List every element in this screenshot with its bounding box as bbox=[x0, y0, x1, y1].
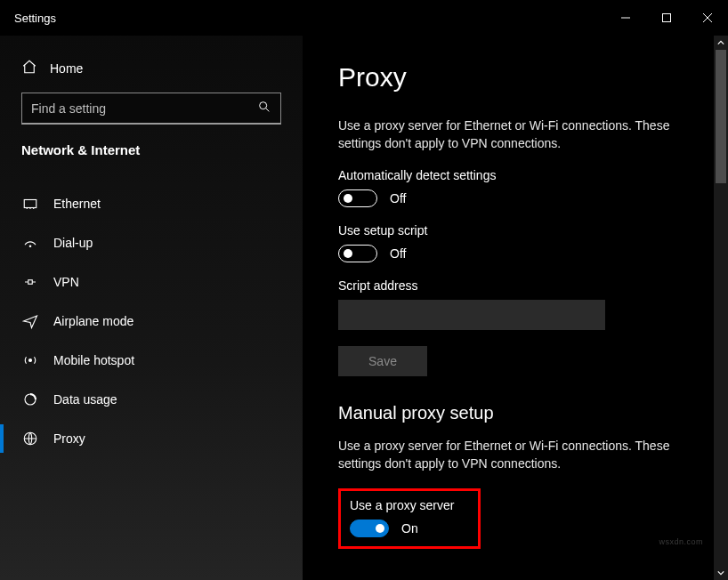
sidebar-item-label: Ethernet bbox=[53, 197, 101, 211]
sidebar-item-dialup[interactable]: Dial-up bbox=[0, 223, 303, 262]
page-title: Proxy bbox=[338, 62, 692, 93]
search-input[interactable] bbox=[31, 101, 257, 116]
sidebar-item-label: Proxy bbox=[53, 431, 85, 446]
maximize-icon bbox=[662, 13, 671, 22]
data-usage-icon bbox=[21, 391, 39, 407]
sidebar-section-title: Network & Internet bbox=[0, 142, 303, 175]
home-link[interactable]: Home bbox=[0, 52, 303, 93]
search-wrap bbox=[0, 93, 303, 142]
vertical-scrollbar[interactable] bbox=[714, 36, 728, 580]
minimize-button[interactable] bbox=[605, 4, 646, 32]
sidebar-item-proxy[interactable]: Proxy bbox=[0, 419, 303, 458]
proxy-icon bbox=[21, 431, 39, 447]
sidebar-item-ethernet[interactable]: Ethernet bbox=[0, 184, 303, 223]
manual-proxy-description: Use a proxy server for Ethernet or Wi-Fi… bbox=[338, 438, 692, 472]
svg-line-5 bbox=[266, 108, 270, 111]
airplane-icon bbox=[21, 313, 39, 329]
window-title: Settings bbox=[14, 12, 56, 25]
setup-script-toggle[interactable] bbox=[338, 245, 377, 262]
auto-detect-label: Automatically detect settings bbox=[338, 168, 692, 182]
ethernet-icon bbox=[21, 196, 39, 212]
script-address-input[interactable] bbox=[338, 300, 605, 330]
use-proxy-label: Use a proxy server bbox=[350, 498, 469, 512]
window-controls bbox=[605, 4, 728, 32]
main-panel: Proxy Use a proxy server for Ethernet or… bbox=[303, 36, 728, 580]
minimize-icon bbox=[621, 13, 630, 22]
sidebar-item-vpn[interactable]: VPN bbox=[0, 262, 303, 302]
highlighted-region: Use a proxy server On bbox=[338, 488, 481, 549]
search-icon bbox=[257, 100, 271, 117]
auto-detect-toggle[interactable] bbox=[338, 189, 377, 207]
script-address-label: Script address bbox=[338, 278, 692, 293]
sidebar-item-label: Dial-up bbox=[53, 236, 93, 250]
scroll-up-arrow-icon[interactable] bbox=[714, 36, 728, 50]
window-body: Home Network & Internet Ethernet bbox=[0, 36, 728, 580]
maximize-button[interactable] bbox=[646, 4, 687, 32]
settings-window: Settings Home bbox=[0, 0, 728, 580]
setup-script-label: Use setup script bbox=[338, 223, 692, 238]
sidebar-item-label: Mobile hotspot bbox=[53, 353, 134, 367]
sidebar-item-label: Airplane mode bbox=[53, 314, 133, 328]
home-label: Home bbox=[50, 61, 83, 76]
sidebar-item-label: VPN bbox=[53, 275, 79, 289]
close-button[interactable] bbox=[687, 4, 728, 32]
svg-point-9 bbox=[29, 359, 32, 362]
setup-script-state: Off bbox=[390, 246, 406, 261]
sidebar: Home Network & Internet Ethernet bbox=[0, 36, 303, 580]
svg-rect-8 bbox=[28, 280, 33, 285]
dialup-icon bbox=[21, 235, 39, 251]
scrollbar-track[interactable] bbox=[714, 50, 728, 566]
use-proxy-toggle[interactable] bbox=[350, 520, 389, 537]
close-icon bbox=[703, 13, 712, 22]
auto-detect-state: Off bbox=[390, 191, 406, 205]
hotspot-icon bbox=[21, 352, 39, 368]
svg-rect-6 bbox=[24, 200, 36, 208]
sidebar-nav: Ethernet Dial-up VPN Airplane mode Mobil… bbox=[0, 184, 303, 458]
sidebar-item-hotspot[interactable]: Mobile hotspot bbox=[0, 341, 303, 380]
vpn-icon bbox=[21, 274, 39, 290]
svg-rect-1 bbox=[663, 14, 671, 22]
use-proxy-state: On bbox=[401, 521, 418, 536]
main-content: Proxy Use a proxy server for Ethernet or… bbox=[303, 36, 728, 580]
manual-proxy-heading: Manual proxy setup bbox=[338, 403, 692, 423]
setup-script-toggle-row: Off bbox=[338, 245, 692, 262]
search-box[interactable] bbox=[21, 93, 281, 125]
save-button[interactable]: Save bbox=[338, 346, 427, 376]
scroll-down-arrow-icon[interactable] bbox=[714, 566, 728, 580]
use-proxy-toggle-row: On bbox=[350, 520, 469, 537]
titlebar: Settings bbox=[0, 0, 728, 36]
svg-point-4 bbox=[260, 101, 267, 109]
watermark: wsxdn.com bbox=[659, 537, 703, 546]
proxy-description: Use a proxy server for Ethernet or Wi-Fi… bbox=[338, 117, 692, 152]
sidebar-item-datausage[interactable]: Data usage bbox=[0, 380, 303, 419]
svg-point-7 bbox=[29, 246, 31, 247]
sidebar-item-label: Data usage bbox=[53, 392, 117, 407]
home-icon bbox=[21, 59, 37, 78]
scrollbar-thumb[interactable] bbox=[716, 50, 726, 183]
sidebar-item-airplane[interactable]: Airplane mode bbox=[0, 302, 303, 341]
auto-detect-toggle-row: Off bbox=[338, 189, 692, 207]
